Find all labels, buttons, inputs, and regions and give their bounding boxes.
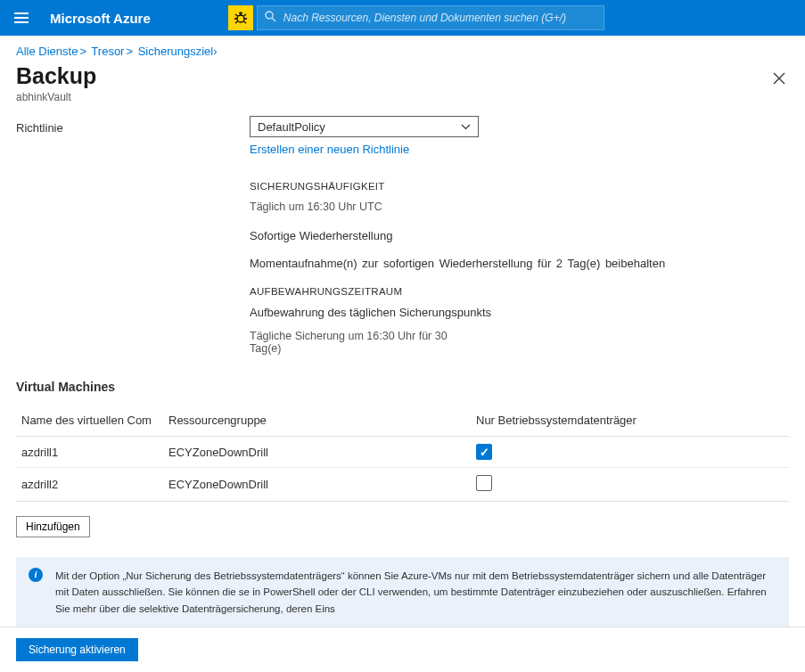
col-vm-name: Name des virtuellen Com bbox=[16, 405, 163, 437]
col-os-only: Nur Betriebssystemdatenträger bbox=[471, 405, 789, 437]
breadcrumb-item-vault[interactable]: Tresor bbox=[91, 45, 124, 58]
instant-restore-text: Momentaufnahme(n) zur sofortigen Wiederh… bbox=[250, 257, 789, 270]
bug-icon bbox=[234, 11, 248, 25]
policy-select[interactable]: DefaultPolicy bbox=[250, 116, 479, 137]
policy-selected-value: DefaultPolicy bbox=[258, 120, 325, 134]
retention-heading: AUFBEWAHRUNGSZEITRAUM bbox=[250, 286, 789, 297]
breadcrumb-item-backup-goal[interactable]: Sicherungsziel bbox=[138, 45, 214, 58]
debug-button[interactable] bbox=[228, 5, 253, 30]
info-text: Mit der Option „Nur Sicherung des Betrie… bbox=[55, 570, 767, 614]
retention-text: Aufbewahrung des täglichen Sicherungspun… bbox=[250, 306, 789, 319]
enable-backup-button[interactable]: Sicherung aktivieren bbox=[16, 638, 138, 661]
svg-point-0 bbox=[237, 15, 244, 22]
vm-name-cell: azdrill1 bbox=[16, 437, 163, 468]
policy-label: Richtlinie bbox=[16, 116, 250, 135]
close-button[interactable] bbox=[769, 69, 789, 92]
svg-point-1 bbox=[266, 12, 273, 19]
vm-rg-cell: ECYZoneDownDrill bbox=[163, 468, 471, 502]
vm-table: Name des virtuellen Com Ressourcengruppe… bbox=[16, 405, 789, 502]
frequency-text: Täglich um 16:30 Uhr UTC bbox=[250, 201, 789, 213]
vm-section-title: Virtual Machines bbox=[16, 380, 789, 394]
info-icon: i bbox=[29, 568, 43, 582]
instant-restore-heading: Sofortige Wiederherstellung bbox=[250, 229, 789, 242]
search-icon bbox=[265, 11, 276, 25]
breadcrumb-item-all-services[interactable]: Alle Dienste bbox=[16, 45, 78, 58]
brand-label: Microsoft Azure bbox=[50, 11, 151, 26]
add-button[interactable]: Hinzufügen bbox=[16, 516, 90, 537]
vm-name-cell: azdrill2 bbox=[16, 468, 163, 502]
search-input[interactable] bbox=[283, 12, 596, 24]
search-box[interactable] bbox=[257, 5, 604, 30]
os-only-checkbox[interactable]: ✓ bbox=[476, 444, 492, 460]
chevron-right-icon: › bbox=[213, 45, 217, 58]
menu-button[interactable] bbox=[0, 0, 43, 36]
hamburger-icon bbox=[14, 12, 29, 23]
svg-line-2 bbox=[272, 18, 275, 21]
table-row: azdrill2 ECYZoneDownDrill bbox=[16, 468, 789, 502]
retention-detail: Tägliche Sicherung um 16:30 Uhr für 30 T… bbox=[250, 330, 455, 355]
breadcrumb-separator: > bbox=[126, 45, 133, 58]
close-icon bbox=[773, 72, 785, 85]
col-resource-group: Ressourcengruppe bbox=[163, 405, 471, 437]
info-banner: i Mit der Option „Nur Sicherung des Betr… bbox=[16, 557, 789, 627]
footer: Sicherung aktivieren bbox=[0, 627, 805, 672]
table-row: azdrill1 ECYZoneDownDrill ✓ bbox=[16, 437, 789, 468]
os-only-checkbox[interactable] bbox=[476, 475, 492, 491]
breadcrumb: Alle Dienste> Tresor> Sicherungsziel› bbox=[0, 36, 805, 63]
top-bar: Microsoft Azure bbox=[0, 0, 805, 36]
frequency-heading: SICHERUNGSHÄUFIGKEIT bbox=[250, 181, 789, 192]
content-area: Richtlinie DefaultPolicy Erstellen einer… bbox=[0, 103, 805, 627]
chevron-down-icon bbox=[461, 121, 471, 132]
create-policy-link[interactable]: Erstellen einer neuen Richtlinie bbox=[250, 143, 409, 156]
policy-details: SICHERUNGSHÄUFIGKEIT Täglich um 16:30 Uh… bbox=[250, 181, 789, 355]
breadcrumb-separator: > bbox=[79, 45, 86, 58]
title-bar: Backup abhinkVault bbox=[0, 63, 805, 103]
page-subtitle: abhinkVault bbox=[16, 91, 96, 103]
page-title: Backup bbox=[16, 63, 96, 89]
vm-rg-cell: ECYZoneDownDrill bbox=[163, 437, 471, 468]
